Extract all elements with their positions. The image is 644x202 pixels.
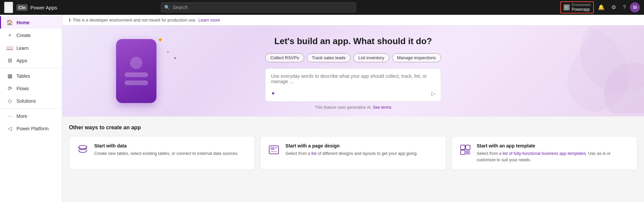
hero-section: ✦ ✧ ✦ Let's build an app. What should it…: [62, 26, 644, 116]
ai-sparkle-button[interactable]: ✦: [271, 90, 275, 97]
info-icon: ℹ: [69, 18, 71, 23]
sidebar-item-create-label: Create: [16, 33, 31, 38]
hero-disclaimer: This feature uses generative AI. See ter…: [265, 105, 441, 110]
help-button[interactable]: ?: [620, 2, 629, 12]
other-ways-section: Other ways to create an app Start with d…: [62, 116, 644, 178]
creation-cards-row: Start with data Create new tables, selec…: [69, 136, 637, 170]
card-template-title: Start with an app template: [477, 143, 630, 148]
sparkle-star-2: ✧: [166, 49, 170, 55]
hero-chips: Collect RSVPs Track sales leads List inv…: [265, 53, 441, 62]
sidebar-item-create[interactable]: ＋ Create: [0, 29, 62, 42]
sidebar-item-solutions[interactable]: ◇ Solutions: [0, 95, 62, 107]
sidebar-item-flows[interactable]: ⟳ Flows: [0, 82, 62, 95]
flows-icon: ⟳: [6, 85, 13, 92]
app-branding: CIn Power Apps: [16, 4, 57, 11]
sidebar-item-power-platform-label: Power Platform: [16, 126, 49, 131]
sidebar-item-flows-label: Flows: [16, 86, 29, 91]
chip-collect-rsvps[interactable]: Collect RSVPs: [265, 53, 304, 62]
svg-rect-9: [461, 150, 465, 155]
card-data-body: Start with data Create new tables, selec…: [94, 143, 239, 157]
app-title: Power Apps: [30, 5, 57, 10]
card-start-with-template[interactable]: Start with an app template Select from a…: [452, 136, 637, 170]
sidebar-item-tables[interactable]: ▦ Tables: [0, 70, 62, 82]
main-layout: 🏠 Home ＋ Create 📖 Learn ⊞ Apps ▦ Tables …: [0, 15, 644, 202]
card-page-design-title: Start with a page design: [285, 143, 418, 148]
sidebar-divider-1: [0, 68, 62, 68]
solutions-icon: ◇: [6, 98, 13, 104]
sparkle-star-3: ✦: [173, 56, 177, 61]
phone-circle: [130, 57, 142, 69]
topnav: ⊞ CIn Power Apps 🔍 E Environment Powerap…: [0, 0, 644, 15]
disclaimer-text: This feature uses generative AI.: [315, 105, 372, 110]
search-icon: 🔍: [164, 5, 170, 10]
svg-rect-8: [466, 145, 470, 149]
svg-rect-4: [271, 147, 275, 150]
power-platform-icon: ◁: [6, 125, 13, 132]
hero-bg-decoration: [526, 26, 644, 113]
svg-rect-6: [271, 151, 277, 152]
template-icon: [459, 143, 472, 157]
environment-name: Powerapp: [572, 7, 591, 12]
sidebar-item-learn-label: Learn: [16, 45, 29, 51]
svg-rect-5: [275, 147, 277, 148]
template-list-link[interactable]: list of fully-functional business app te…: [503, 151, 586, 156]
search-container: 🔍: [161, 2, 356, 12]
svg-rect-10: [466, 150, 470, 155]
sidebar-item-solutions-label: Solutions: [16, 98, 36, 104]
main-content: ℹ This is a developer environment and no…: [62, 15, 644, 202]
svg-point-2: [79, 145, 87, 149]
sidebar-divider-2: [0, 108, 62, 109]
sidebar-item-apps-label: Apps: [16, 58, 27, 63]
data-icon: [76, 143, 90, 157]
chip-manage-inspections[interactable]: Manage inspections: [392, 53, 441, 62]
sparkle-star-1: ✦: [157, 36, 163, 44]
hero-textarea-footer: ✦ ▷: [271, 90, 435, 97]
banner-learn-more-link[interactable]: Learn more: [199, 18, 220, 23]
sidebar-item-more[interactable]: ··· More: [0, 110, 62, 122]
hero-title: Let's build an app. What should it do?: [265, 36, 441, 47]
environment-selector[interactable]: E Environment Powerapp: [560, 1, 594, 13]
hero-app-description-input[interactable]: [271, 73, 435, 87]
topnav-right-section: E Environment Powerapp 🔔 ⚙ ? SI: [560, 1, 640, 13]
card-start-with-page-design[interactable]: Start with a page design Select from a l…: [260, 136, 446, 170]
search-input[interactable]: [161, 2, 356, 12]
waffle-menu-button[interactable]: ⊞: [4, 2, 13, 13]
card-page-design-body: Start with a page design Select from a l…: [285, 143, 418, 157]
environment-label: Environment: [572, 3, 591, 7]
send-button[interactable]: ▷: [431, 90, 435, 97]
sidebar-item-home-label: Home: [16, 20, 30, 25]
info-banner: ℹ This is a developer environment and no…: [62, 15, 644, 26]
settings-button[interactable]: ⚙: [609, 2, 619, 12]
card-template-desc: Select from a list of fully-functional b…: [477, 150, 630, 163]
other-ways-title: Other ways to create an app: [69, 125, 637, 131]
svg-point-0: [580, 26, 644, 93]
environment-icon: E: [564, 4, 570, 10]
apps-icon: ⊞: [6, 57, 13, 64]
card-template-body: Start with an app template Select from a…: [477, 143, 630, 163]
user-avatar[interactable]: SI: [630, 2, 640, 12]
chip-list-inventory[interactable]: List inventory: [353, 53, 389, 62]
chip-track-sales-leads[interactable]: Track sales leads: [307, 53, 351, 62]
svg-point-1: [604, 63, 644, 113]
hero-content: Let's build an app. What should it do? C…: [265, 36, 441, 110]
hero-input-area: ✦ ▷: [265, 68, 441, 102]
sidebar-item-apps[interactable]: ⊞ Apps: [0, 54, 62, 67]
tables-icon: ▦: [6, 73, 13, 79]
card-start-with-data[interactable]: Start with data Create new tables, selec…: [69, 136, 255, 170]
see-terms-link[interactable]: See terms: [373, 105, 391, 110]
banner-text: This is a developer environment and not …: [73, 18, 196, 23]
notification-button[interactable]: 🔔: [595, 2, 607, 12]
org-abbreviation: CIn: [16, 4, 28, 11]
sidebar-item-home[interactable]: 🏠 Home: [0, 16, 62, 29]
learn-icon: 📖: [6, 45, 13, 51]
page-design-list-link[interactable]: list: [311, 151, 316, 156]
card-data-title: Start with data: [94, 143, 239, 148]
sidebar-item-power-platform[interactable]: ◁ Power Platform: [0, 122, 62, 135]
card-data-desc: Create new tables, select existing table…: [94, 150, 239, 157]
page-design-icon: [267, 143, 281, 157]
hero-illustration: ✦ ✧ ✦: [116, 39, 156, 103]
sidebar-item-tables-label: Tables: [16, 73, 30, 79]
sidebar-item-more-label: More: [16, 113, 27, 119]
phone-mockup: ✦ ✧ ✦: [116, 39, 156, 103]
sidebar-item-learn[interactable]: 📖 Learn: [0, 42, 62, 54]
